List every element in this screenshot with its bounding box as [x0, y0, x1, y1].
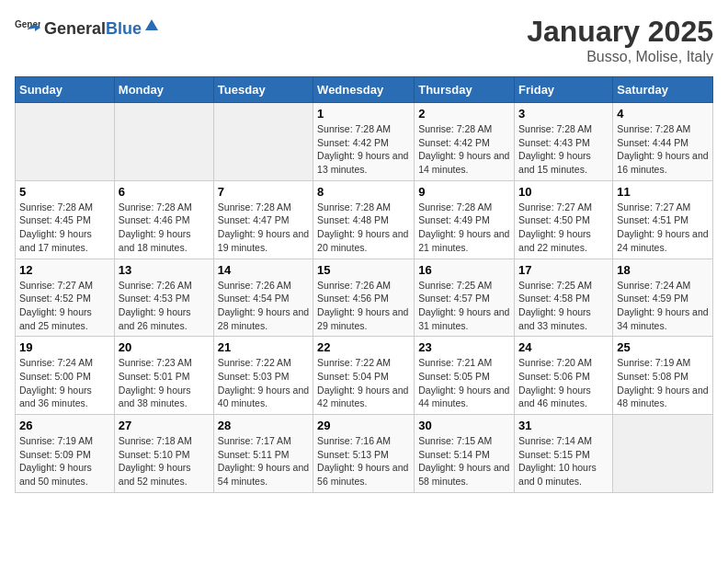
calendar-day-cell	[16, 103, 115, 181]
day-number: 20	[119, 340, 210, 354]
day-number: 6	[119, 185, 210, 199]
calendar-day-cell: 20Sunrise: 7:23 AM Sunset: 5:01 PM Dayli…	[114, 337, 213, 415]
day-number: 29	[317, 419, 410, 432]
day-number: 5	[19, 185, 110, 199]
day-info: Sunrise: 7:28 AM Sunset: 4:43 PM Dayligh…	[518, 122, 609, 177]
calendar-week-row: 12Sunrise: 7:27 AM Sunset: 4:52 PM Dayli…	[16, 259, 713, 337]
day-info: Sunrise: 7:23 AM Sunset: 5:01 PM Dayligh…	[119, 356, 210, 410]
weekday-header-cell: Friday	[515, 77, 613, 103]
day-number: 10	[518, 185, 609, 199]
day-number: 23	[418, 340, 510, 354]
day-info: Sunrise: 7:24 AM Sunset: 5:00 PM Dayligh…	[19, 356, 110, 410]
calendar-day-cell: 12Sunrise: 7:27 AM Sunset: 4:52 PM Dayli…	[16, 259, 115, 337]
day-number: 9	[418, 185, 510, 199]
day-number: 21	[218, 340, 309, 354]
day-number: 11	[617, 185, 709, 199]
calendar-week-row: 1Sunrise: 7:28 AM Sunset: 4:42 PM Daylig…	[16, 103, 713, 181]
logo-chevron-icon	[143, 17, 160, 34]
day-info: Sunrise: 7:28 AM Sunset: 4:42 PM Dayligh…	[418, 122, 510, 177]
day-info: Sunrise: 7:28 AM Sunset: 4:47 PM Dayligh…	[218, 201, 309, 255]
calendar-day-cell	[114, 103, 213, 181]
day-number: 12	[19, 263, 110, 277]
day-number: 14	[218, 263, 309, 277]
calendar-day-cell: 30Sunrise: 7:15 AM Sunset: 5:14 PM Dayli…	[415, 415, 515, 493]
calendar-day-cell: 23Sunrise: 7:21 AM Sunset: 5:05 PM Dayli…	[415, 337, 515, 415]
calendar-day-cell: 7Sunrise: 7:28 AM Sunset: 4:47 PM Daylig…	[213, 180, 313, 259]
calendar-day-cell: 14Sunrise: 7:26 AM Sunset: 4:54 PM Dayli…	[213, 259, 313, 337]
weekday-header-cell: Sunday	[16, 77, 115, 103]
day-info: Sunrise: 7:28 AM Sunset: 4:44 PM Dayligh…	[617, 122, 709, 177]
calendar-day-cell: 9Sunrise: 7:28 AM Sunset: 4:49 PM Daylig…	[415, 180, 515, 259]
day-number: 28	[218, 419, 309, 432]
calendar-day-cell: 15Sunrise: 7:26 AM Sunset: 4:56 PM Dayli…	[313, 259, 415, 337]
location-title: Busso, Molise, Italy	[527, 49, 713, 65]
day-number: 1	[317, 107, 410, 121]
weekday-header-row: SundayMondayTuesdayWednesdayThursdayFrid…	[16, 77, 713, 103]
day-info: Sunrise: 7:26 AM Sunset: 4:56 PM Dayligh…	[317, 279, 410, 333]
calendar-day-cell: 2Sunrise: 7:28 AM Sunset: 4:42 PM Daylig…	[415, 103, 515, 181]
day-number: 2	[418, 107, 510, 121]
day-info: Sunrise: 7:28 AM Sunset: 4:49 PM Dayligh…	[418, 201, 510, 255]
weekday-header-cell: Saturday	[613, 77, 713, 103]
logo-blue-text: Blue	[106, 19, 142, 39]
calendar-day-cell: 5Sunrise: 7:28 AM Sunset: 4:45 PM Daylig…	[16, 180, 115, 259]
day-info: Sunrise: 7:25 AM Sunset: 4:58 PM Dayligh…	[518, 279, 609, 333]
day-info: Sunrise: 7:15 AM Sunset: 5:14 PM Dayligh…	[418, 434, 510, 488]
calendar-day-cell: 21Sunrise: 7:22 AM Sunset: 5:03 PM Dayli…	[213, 337, 313, 415]
logo-general-text: General	[44, 19, 106, 39]
day-info: Sunrise: 7:16 AM Sunset: 5:13 PM Dayligh…	[317, 434, 410, 488]
calendar-day-cell: 6Sunrise: 7:28 AM Sunset: 4:46 PM Daylig…	[114, 180, 213, 259]
day-info: Sunrise: 7:20 AM Sunset: 5:06 PM Dayligh…	[518, 356, 609, 410]
day-number: 22	[317, 340, 410, 354]
calendar-day-cell: 18Sunrise: 7:24 AM Sunset: 4:59 PM Dayli…	[613, 259, 713, 337]
calendar-day-cell: 1Sunrise: 7:28 AM Sunset: 4:42 PM Daylig…	[313, 103, 415, 181]
calendar-day-cell: 11Sunrise: 7:27 AM Sunset: 4:51 PM Dayli…	[613, 180, 713, 259]
day-info: Sunrise: 7:26 AM Sunset: 4:54 PM Dayligh…	[218, 279, 309, 333]
title-area: January 2025 Busso, Molise, Italy	[527, 15, 713, 65]
day-info: Sunrise: 7:28 AM Sunset: 4:42 PM Dayligh…	[317, 122, 410, 177]
month-title: January 2025	[527, 15, 713, 49]
weekday-header-cell: Thursday	[415, 77, 515, 103]
svg-marker-2	[145, 19, 158, 30]
day-info: Sunrise: 7:24 AM Sunset: 4:59 PM Dayligh…	[617, 279, 709, 333]
calendar-day-cell: 31Sunrise: 7:14 AM Sunset: 5:15 PM Dayli…	[515, 415, 613, 493]
day-number: 13	[119, 263, 210, 277]
calendar-day-cell: 19Sunrise: 7:24 AM Sunset: 5:00 PM Dayli…	[16, 337, 115, 415]
calendar-day-cell: 26Sunrise: 7:19 AM Sunset: 5:09 PM Dayli…	[16, 415, 115, 493]
calendar-day-cell: 8Sunrise: 7:28 AM Sunset: 4:48 PM Daylig…	[313, 180, 415, 259]
calendar-day-cell: 10Sunrise: 7:27 AM Sunset: 4:50 PM Dayli…	[515, 180, 613, 259]
header: General General Blue January 2025 Busso,…	[15, 15, 713, 65]
day-info: Sunrise: 7:27 AM Sunset: 4:52 PM Dayligh…	[19, 279, 110, 333]
calendar-day-cell: 27Sunrise: 7:18 AM Sunset: 5:10 PM Dayli…	[114, 415, 213, 493]
calendar-day-cell	[213, 103, 313, 181]
calendar-day-cell: 13Sunrise: 7:26 AM Sunset: 4:53 PM Dayli…	[114, 259, 213, 337]
calendar-day-cell: 28Sunrise: 7:17 AM Sunset: 5:11 PM Dayli…	[213, 415, 313, 493]
calendar-day-cell: 29Sunrise: 7:16 AM Sunset: 5:13 PM Dayli…	[313, 415, 415, 493]
calendar-day-cell: 3Sunrise: 7:28 AM Sunset: 4:43 PM Daylig…	[515, 103, 613, 181]
day-info: Sunrise: 7:28 AM Sunset: 4:45 PM Dayligh…	[19, 201, 110, 255]
day-number: 16	[418, 263, 510, 277]
calendar-day-cell: 25Sunrise: 7:19 AM Sunset: 5:08 PM Dayli…	[613, 337, 713, 415]
day-info: Sunrise: 7:28 AM Sunset: 4:48 PM Dayligh…	[317, 201, 410, 255]
day-info: Sunrise: 7:17 AM Sunset: 5:11 PM Dayligh…	[218, 434, 309, 488]
day-number: 26	[19, 419, 110, 432]
day-number: 15	[317, 263, 410, 277]
day-number: 3	[518, 107, 609, 121]
day-number: 27	[119, 419, 210, 432]
day-info: Sunrise: 7:14 AM Sunset: 5:15 PM Dayligh…	[518, 434, 609, 488]
day-info: Sunrise: 7:18 AM Sunset: 5:10 PM Dayligh…	[119, 434, 210, 488]
calendar-table: SundayMondayTuesdayWednesdayThursdayFrid…	[15, 76, 713, 493]
day-number: 18	[617, 263, 709, 277]
weekday-header-cell: Monday	[114, 77, 213, 103]
day-info: Sunrise: 7:27 AM Sunset: 4:51 PM Dayligh…	[617, 201, 709, 255]
day-info: Sunrise: 7:27 AM Sunset: 4:50 PM Dayligh…	[518, 201, 609, 255]
logo-icon: General	[15, 15, 40, 40]
day-info: Sunrise: 7:26 AM Sunset: 4:53 PM Dayligh…	[119, 279, 210, 333]
day-info: Sunrise: 7:28 AM Sunset: 4:46 PM Dayligh…	[119, 201, 210, 255]
calendar-day-cell: 17Sunrise: 7:25 AM Sunset: 4:58 PM Dayli…	[515, 259, 613, 337]
day-info: Sunrise: 7:19 AM Sunset: 5:09 PM Dayligh…	[19, 434, 110, 488]
day-number: 19	[19, 340, 110, 354]
day-number: 31	[518, 419, 609, 432]
day-info: Sunrise: 7:19 AM Sunset: 5:08 PM Dayligh…	[617, 356, 709, 410]
day-number: 8	[317, 185, 410, 199]
